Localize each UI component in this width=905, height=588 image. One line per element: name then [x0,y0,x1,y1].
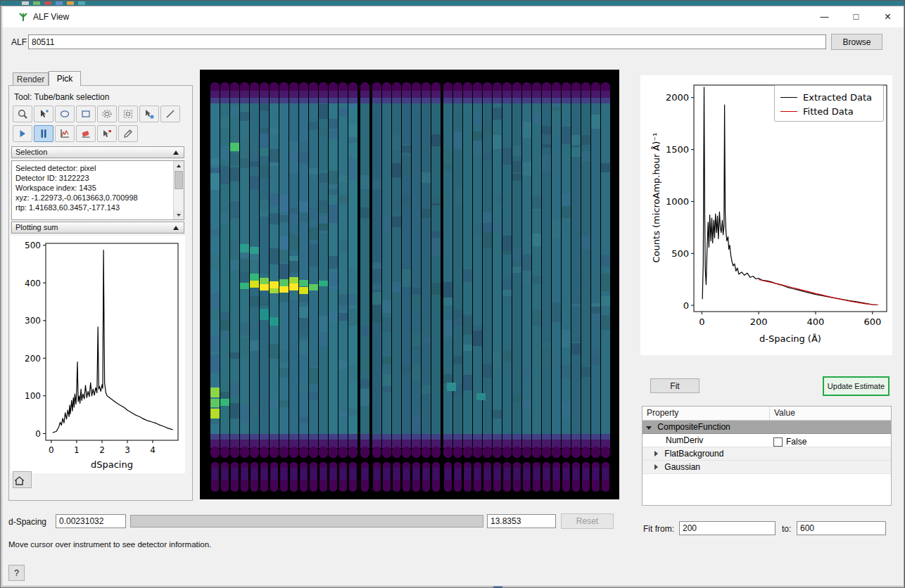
attribute-value: False [786,437,806,447]
property-column-header: Property [643,407,770,420]
background-icon [56,1,63,5]
background-icon [67,1,74,5]
selection-info-line: xyz: -1.22973,-0.0613663,0.700998 [15,193,169,203]
collapsed-icon[interactable] [654,464,658,470]
svg-text:100: 100 [25,391,41,401]
numderiv-checkbox[interactable] [773,437,783,447]
collapse-icon [173,151,179,155]
fit-button[interactable]: Fit [650,378,700,393]
expand-icon[interactable] [646,426,652,430]
tool-label: Tool: Tube/bank selection [14,92,109,102]
selection-info-line: Selected detector: pixel [15,163,169,173]
pick-pixel-icon [101,128,113,139]
status-message: Move cursor over instrument to see detec… [8,540,211,549]
legend-label: Extracted Data [803,92,872,103]
pick-pixel-tool-button[interactable] [97,125,117,142]
edit-shape-tool-button[interactable] [34,106,53,122]
function-browser-header: Property Value [643,407,891,421]
svg-text:0: 0 [699,317,704,327]
svg-text:0: 0 [683,300,689,311]
edit-shape-icon [38,108,49,120]
legend-line-red [780,111,797,112]
selection-section-header[interactable]: Selection [11,146,184,158]
function-name: FlatBackground [664,449,723,459]
collapse-icon [173,226,179,230]
plot-home-button[interactable] [13,471,32,488]
function-row-compositefunction[interactable]: CompositeFunction [643,421,891,434]
erase-tool-button[interactable] [76,125,96,142]
rectangle-tool-button[interactable] [76,106,96,122]
plotting-section-header[interactable]: Plotting sum [11,222,184,234]
browse-button[interactable]: Browse [831,34,882,50]
sum-plot-tool-button[interactable] [55,125,75,142]
erase-icon [80,128,91,139]
scroll-up-icon[interactable] [174,161,184,170]
background-window-sliver [1,1,905,6]
legend-item-extracted: Extracted Data [780,90,878,104]
legend-line-black [780,97,797,98]
line-tool-button[interactable] [160,106,180,122]
alf-view-window: ALF View — □ × ALF Browse Render Pick To… [1,6,904,587]
line-icon [165,108,176,120]
svg-text:3: 3 [125,445,130,455]
selection-header-label: Selection [15,148,47,156]
svg-text:200: 200 [25,354,41,364]
background-icon [44,1,51,5]
svg-text:1500: 1500 [666,144,689,155]
dspacing-max-input[interactable] [487,514,556,528]
svg-text:500: 500 [25,241,41,250]
function-name: Gaussian [664,462,700,472]
ring-rectangle-tool-button[interactable] [118,106,138,122]
tube-select-tool-button[interactable] [34,125,53,142]
mini-plot-canvas[interactable]: 012340100200300400500 [11,238,185,460]
svg-text:1: 1 [74,445,80,455]
function-row-numderiv[interactable]: NumDeriv False [643,434,891,447]
ellipse-tool-button[interactable] [55,106,75,122]
zoom-tool-button[interactable] [13,106,32,122]
fit-plot-legend: Extracted Data Fitted Data [774,85,884,122]
minimize-button[interactable]: — [809,6,840,27]
svg-text:0: 0 [49,445,54,455]
zoom-icon [17,108,28,120]
svg-text:200: 200 [750,317,768,327]
reset-button[interactable]: Reset [561,513,614,529]
svg-text:400: 400 [807,317,825,327]
value-column-header: Value [770,407,891,420]
dspacing-min-input[interactable] [56,514,126,528]
ring-ellipse-icon [101,108,113,120]
tab-render[interactable]: Render [13,72,49,86]
function-row-flatbackground[interactable]: FlatBackground [643,447,891,461]
function-row-gaussian[interactable]: Gaussian [643,461,891,474]
tab-pick[interactable]: Pick [49,71,81,86]
svg-text:0: 0 [35,429,41,439]
fit-plot-ylabel: Counts (microAmp.hour Å)⁻¹ [651,120,662,275]
ring-rectangle-icon [122,108,134,120]
help-button[interactable]: ? [8,565,25,581]
background-icon [33,1,40,5]
dspacing-slider[interactable] [130,515,483,528]
measure-tool-button[interactable] [118,125,138,142]
fit-to-label: to: [782,524,791,534]
mini-plot-xlabel: dSpacing [46,459,178,470]
maximize-button[interactable]: □ [840,6,872,27]
instrument-view-canvas[interactable] [200,70,619,499]
plotting-header-label: Plotting sum [15,223,58,231]
selection-info-line: Workspace index: 1435 [15,183,169,193]
function-name: CompositeFunction [657,422,730,432]
fit-from-input[interactable] [679,521,776,535]
svg-text:4: 4 [150,445,156,455]
selection-info-line: Detector ID: 3122223 [15,173,169,183]
scroll-down-icon[interactable] [174,210,184,219]
fit-plot-xlabel: d-Spacing (Å) [694,333,887,344]
collapsed-icon[interactable] [654,451,658,456]
fit-to-input[interactable] [797,521,886,535]
ring-ellipse-tool-button[interactable] [97,106,117,122]
svg-text:600: 600 [863,317,881,327]
update-estimate-button[interactable]: Update Estimate [823,376,890,396]
scrollbar-thumb[interactable] [175,171,183,189]
selection-info-scrollbar[interactable] [173,161,184,219]
free-draw-tool-button[interactable] [139,106,159,122]
close-button[interactable]: × [872,6,904,27]
single-pixel-tool-button[interactable] [13,125,32,142]
alf-run-input[interactable] [28,34,826,49]
